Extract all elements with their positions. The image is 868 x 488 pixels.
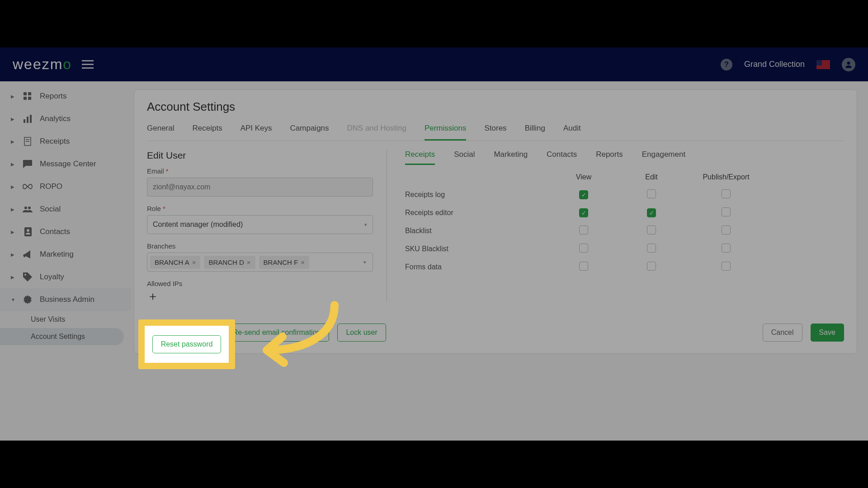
flag-icon[interactable] [816, 60, 830, 69]
svg-rect-2 [82, 67, 94, 69]
checkbox-edit[interactable] [647, 208, 656, 217]
tab-billing[interactable]: Billing [525, 124, 545, 141]
caret-icon: ▶ [11, 230, 15, 235]
tab-permissions[interactable]: Permissions [425, 124, 467, 141]
sidebar-item-label: Marketing [40, 250, 74, 259]
svg-point-14 [24, 206, 27, 209]
chip-remove-icon[interactable]: × [192, 258, 196, 266]
checkbox-edit[interactable] [647, 189, 656, 198]
resend-email-button[interactable]: Re-send email confirmation [224, 324, 330, 342]
email-label: Email * [147, 167, 373, 175]
sidebar-item-reports[interactable]: ▶ Reports [0, 85, 131, 108]
subtab-contacts[interactable]: Contacts [547, 150, 577, 165]
caret-icon: ▶ [11, 162, 15, 167]
tab-audit[interactable]: Audit [563, 124, 581, 141]
sidebar-item-business-admin[interactable]: ▼ Business Admin [0, 288, 131, 311]
sidebar-item-contacts[interactable]: ▶ Contacts [0, 221, 131, 243]
role-select[interactable]: Content manager (modified) ▾ [147, 215, 373, 234]
email-field[interactable] [147, 178, 373, 197]
tab-campaigns[interactable]: Campaigns [290, 124, 329, 141]
subtab-reports[interactable]: Reports [596, 150, 623, 165]
subtab-receipts[interactable]: Receipts [405, 150, 435, 165]
branches-multiselect[interactable]: BRANCH A× BRANCH D× BRANCH F× ▾ [147, 253, 373, 272]
sidebar-item-message-center[interactable]: ▶ Message Center [0, 153, 131, 175]
caret-icon: ▶ [11, 252, 15, 257]
sidebar-item-receipts[interactable]: ▶ Receipts [0, 130, 131, 153]
caret-icon: ▶ [11, 117, 15, 122]
tab-general[interactable]: General [147, 124, 174, 141]
checkbox-publish[interactable] [722, 207, 731, 216]
svg-rect-0 [82, 60, 94, 61]
lock-user-button[interactable]: Lock user [337, 324, 386, 342]
perm-col-publish: Publish/Export [685, 173, 767, 181]
sidebar-item-social[interactable]: ▶ Social [0, 198, 131, 221]
checkbox-publish[interactable] [722, 244, 731, 253]
caret-icon: ▶ [11, 94, 15, 99]
svg-point-18 [24, 274, 26, 276]
branch-chip: BRANCH F× [259, 256, 309, 269]
required-mark: * [166, 167, 169, 175]
sidebar-item-loyalty[interactable]: ▶ Loyalty [0, 266, 131, 288]
tab-api-keys[interactable]: API Keys [241, 124, 272, 141]
settings-panel: Account Settings General Receipts API Ke… [134, 89, 857, 354]
label-text: Role [147, 205, 161, 212]
add-ip-button[interactable]: ＋ [147, 290, 373, 302]
svg-rect-6 [24, 97, 27, 100]
checkbox-publish[interactable] [722, 225, 731, 235]
checkbox-view[interactable] [579, 208, 588, 217]
subtab-marketing[interactable]: Marketing [494, 150, 528, 165]
perm-row-label: Receipts editor [405, 209, 550, 217]
tab-stores[interactable]: Stores [484, 124, 506, 141]
perm-row-label: Receipts log [405, 191, 550, 199]
app-body: ▶ Reports ▶ Analytics ▶ Receipts ▶ Messa… [0, 81, 868, 441]
role-value: Content manager (modified) [153, 221, 243, 229]
save-button[interactable]: Save [811, 324, 844, 342]
tab-receipts[interactable]: Receipts [192, 124, 222, 141]
perm-row: SKU Blacklist [405, 240, 844, 258]
checkbox-view[interactable] [579, 244, 588, 253]
sidebar-item-label: Receipts [40, 137, 70, 146]
sidebar-item-marketing[interactable]: ▶ Marketing [0, 243, 131, 266]
svg-rect-8 [24, 119, 25, 123]
chip-remove-icon[interactable]: × [301, 258, 305, 266]
checkbox-edit[interactable] [647, 262, 656, 271]
reset-password-button-highlighted[interactable]: Reset password [152, 335, 222, 353]
checkbox-publish[interactable] [722, 262, 731, 271]
menu-icon[interactable] [82, 60, 94, 69]
checkbox-edit[interactable] [647, 244, 656, 253]
chip-label: BRANCH F [264, 258, 298, 266]
sidebar-item-label: Loyalty [40, 272, 64, 282]
checkbox-publish[interactable] [722, 189, 731, 198]
sidebar-item-analytics[interactable]: ▶ Analytics [0, 108, 131, 130]
chevron-down-icon: ▾ [363, 259, 370, 265]
people-icon [23, 204, 33, 214]
checkbox-view[interactable] [579, 262, 588, 271]
checkbox-edit[interactable] [647, 225, 656, 235]
perm-row-label: SKU Blacklist [405, 245, 550, 253]
checkbox-view[interactable] [579, 190, 588, 199]
sidebar-item-ropo[interactable]: ▶ ROPO [0, 175, 131, 198]
perm-col-view: View [550, 173, 618, 181]
page-title: Account Settings [147, 100, 844, 114]
dashboard-icon [23, 91, 33, 101]
help-icon[interactable]: ? [721, 59, 732, 70]
svg-point-3 [847, 61, 850, 65]
subtab-social[interactable]: Social [454, 150, 475, 165]
sidebar-subitem-user-visits[interactable]: User Visits [0, 311, 131, 328]
svg-rect-4 [24, 92, 27, 95]
sidebar-subitem-account-settings[interactable]: Account Settings [0, 328, 124, 345]
branch-chip: BRANCH D× [204, 256, 255, 269]
cancel-button[interactable]: Cancel [763, 324, 802, 342]
message-icon [23, 159, 33, 169]
settings-tabs: General Receipts API Keys Campaigns DNS … [147, 124, 844, 141]
checkbox-view[interactable] [579, 225, 588, 235]
edit-user-form: Edit User Email * Role * Content manager… [147, 150, 373, 302]
sidebar-sub-label: User Visits [31, 315, 65, 323]
section-heading: Edit User [147, 150, 373, 161]
branches-label: Branches [147, 242, 373, 250]
subtab-engagement[interactable]: Engagement [642, 150, 685, 165]
user-avatar-icon[interactable] [842, 58, 855, 71]
company-name: Grand Collection [744, 60, 805, 69]
chip-remove-icon[interactable]: × [247, 258, 251, 266]
sidebar-item-label: Reports [40, 92, 67, 101]
